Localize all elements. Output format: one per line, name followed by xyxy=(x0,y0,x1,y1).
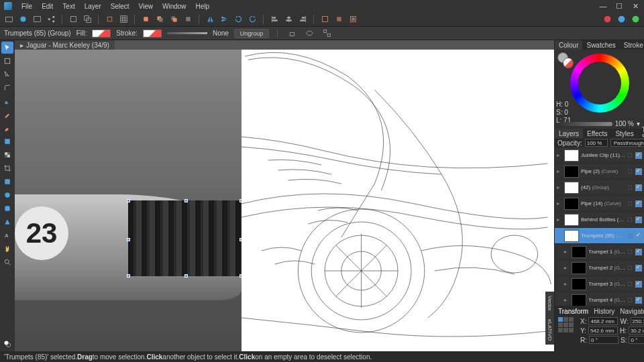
snap-icon[interactable] xyxy=(103,13,115,25)
corner-tool[interactable] xyxy=(1,82,13,94)
tab-transform[interactable]: Transform xyxy=(558,308,588,315)
transform-h-input[interactable] xyxy=(629,326,644,335)
zoom-tool[interactable] xyxy=(1,256,13,268)
layer-row[interactable]: ▸Trumpet 2 (Group)▢ xyxy=(555,260,644,276)
transform-x-input[interactable] xyxy=(588,317,618,325)
side-tab-elativo[interactable]: eLATIVO xyxy=(545,315,554,345)
selection-handles[interactable] xyxy=(128,200,241,276)
expand-icon[interactable]: ▸ xyxy=(557,217,562,223)
flip-h-icon[interactable] xyxy=(204,13,216,25)
layer-row[interactable]: ▸Behind Bottles (15)... ▢ xyxy=(555,212,644,228)
ellipse-tool[interactable] xyxy=(1,189,13,201)
prefs-icon[interactable] xyxy=(629,13,641,25)
persona-icon[interactable] xyxy=(17,13,29,25)
layer-row[interactable]: ▸Trumpet 3 (Group)▢ xyxy=(555,276,644,292)
order-forward-icon[interactable] xyxy=(154,13,166,25)
visibility-checkbox[interactable] xyxy=(635,233,642,239)
tab-navigator[interactable]: Navigator xyxy=(620,308,644,315)
order-back-icon[interactable] xyxy=(182,13,194,25)
lock-children-icon[interactable] xyxy=(286,27,298,40)
stroke-width-slider[interactable] xyxy=(167,32,207,34)
order-backward-icon[interactable] xyxy=(168,13,180,25)
visibility-checkbox[interactable] xyxy=(635,281,642,288)
lock-icon[interactable]: ▢ xyxy=(627,233,633,239)
colour-triangle[interactable] xyxy=(583,68,616,98)
visibility-checkbox[interactable] xyxy=(635,297,642,304)
ungroup-button[interactable]: Ungroup xyxy=(234,29,270,38)
insert-target-icon[interactable] xyxy=(319,13,331,25)
expand-icon[interactable]: ▸ xyxy=(557,184,562,190)
tab-colour[interactable]: Colour xyxy=(555,40,582,50)
share-icon[interactable] xyxy=(45,13,57,25)
fill-swatch[interactable] xyxy=(92,29,111,38)
expand-icon[interactable]: ▸ xyxy=(557,233,562,239)
visibility-checkbox[interactable] xyxy=(635,200,642,207)
tab-effects[interactable]: Effects xyxy=(583,129,611,138)
expand-icon[interactable]: ▸ xyxy=(564,281,570,287)
transform-s-input[interactable] xyxy=(629,336,644,344)
grid-icon[interactable] xyxy=(117,13,129,25)
lock-icon[interactable]: ▢ xyxy=(627,265,633,271)
layer-row[interactable]: ▸Trumpets (85) (Grou...▢ xyxy=(555,228,644,244)
align-right-icon[interactable] xyxy=(297,13,309,25)
pencil-tool[interactable] xyxy=(1,109,13,121)
lock-icon[interactable]: ▢ xyxy=(627,217,633,223)
account-icon[interactable] xyxy=(601,13,613,25)
canvas[interactable]: 23 xyxy=(15,50,554,351)
cloud-icon[interactable] xyxy=(615,13,627,25)
align-center-h-icon[interactable] xyxy=(282,13,294,25)
blend-mode-select[interactable]: Passthrough xyxy=(610,139,644,147)
layer-row[interactable]: ▸Pipe (2) (Curve)▢ xyxy=(555,164,644,180)
menu-window[interactable]: Window xyxy=(162,3,186,10)
show-hierarchy-icon[interactable] xyxy=(321,27,333,40)
layer-opacity-input[interactable] xyxy=(585,139,608,147)
expand-icon[interactable]: ▸ xyxy=(564,297,570,303)
colour-swap-icon[interactable] xyxy=(557,52,574,68)
colour-wheel[interactable] xyxy=(570,54,629,113)
flip-v-icon[interactable] xyxy=(218,13,230,25)
lock-icon[interactable]: ▢ xyxy=(627,297,633,303)
colour-swap-icon[interactable] xyxy=(1,338,13,350)
brush-tool[interactable] xyxy=(1,122,13,134)
pen-tool[interactable] xyxy=(1,95,13,107)
order-front-icon[interactable] xyxy=(140,13,152,25)
menu-file[interactable]: File xyxy=(21,3,32,10)
layer-row[interactable]: ▸Pipe (14) (Curve)▢ xyxy=(555,196,644,212)
menu-select[interactable]: Select xyxy=(111,3,129,10)
layer-row[interactable]: ▸Jubilee Clip (11) (Gr...▢ xyxy=(555,147,644,164)
menu-view[interactable]: View xyxy=(139,3,154,10)
close-button[interactable]: ✕ xyxy=(631,1,640,11)
open-icon[interactable] xyxy=(3,13,15,25)
lock-icon[interactable]: ▢ xyxy=(627,281,633,287)
tab-textstyles[interactable]: Text Styles xyxy=(638,129,644,138)
artboard-tool[interactable] xyxy=(1,55,13,67)
tab-history[interactable]: History xyxy=(594,308,614,315)
chevron-down-icon[interactable]: ▾ xyxy=(637,120,640,127)
layer-row[interactable]: ▸Trumpet 4 (Group)▢ xyxy=(555,292,644,306)
document-tab[interactable]: ▸ Jaguar - Marc Keeley (34/9) xyxy=(15,40,115,50)
rotate-ccw-icon[interactable] xyxy=(232,13,244,25)
expand-icon[interactable]: ▸ xyxy=(557,200,562,206)
expand-icon[interactable]: ▸ xyxy=(564,249,570,255)
canvas-area[interactable]: ▸ Jaguar - Marc Keeley (34/9) 23 xyxy=(15,40,554,351)
maximize-button[interactable]: ☐ xyxy=(614,1,624,11)
visibility-checkbox[interactable] xyxy=(635,168,642,175)
minimize-button[interactable]: — xyxy=(598,1,608,11)
visibility-checkbox[interactable] xyxy=(635,265,642,272)
move-tool[interactable] xyxy=(1,42,13,54)
visibility-checkbox[interactable] xyxy=(635,249,642,255)
visibility-checkbox[interactable] xyxy=(635,184,642,191)
node-tool[interactable] xyxy=(1,68,13,80)
snapshot-icon[interactable] xyxy=(31,13,43,25)
layer-row[interactable]: ▸Trumpet 1 (Group)▢ xyxy=(555,244,644,260)
layers-list[interactable]: ▸Jubilee Clip (11) (Gr...▢▸Pipe (2) (Cur… xyxy=(555,147,644,306)
layer-dup-icon[interactable] xyxy=(81,13,93,25)
hide-icon[interactable] xyxy=(303,27,315,40)
tab-layers[interactable]: Layers xyxy=(555,129,583,138)
lock-icon[interactable]: ▢ xyxy=(627,168,633,174)
insert-inside-icon[interactable] xyxy=(333,13,345,25)
transform-y-input[interactable] xyxy=(588,326,618,335)
shape-tool[interactable] xyxy=(1,176,13,188)
visibility-checkbox[interactable] xyxy=(635,152,642,159)
transform-w-input[interactable] xyxy=(631,317,645,325)
